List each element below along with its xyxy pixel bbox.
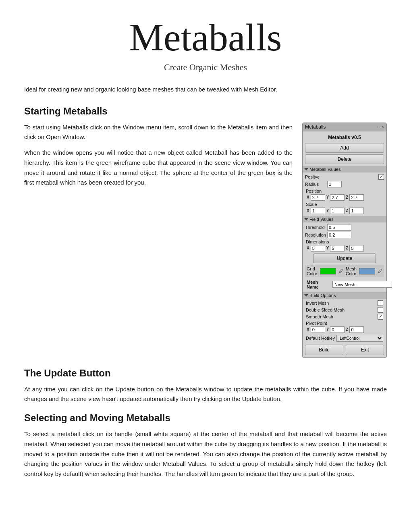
resolution-input[interactable]	[327, 232, 351, 238]
resolution-label: Resolution	[305, 233, 326, 237]
build-options-header: Build Options	[303, 292, 386, 299]
section-heading-update: The Update Button	[24, 368, 387, 379]
pos-z-label: Z	[346, 195, 348, 200]
smooth-mesh-row: Smooth Mesh ✓	[305, 314, 384, 320]
pivot-x-label: X	[307, 327, 309, 332]
radius-input[interactable]	[327, 181, 342, 187]
threshold-row: Threshold	[305, 224, 384, 231]
dim-z-label: Z	[346, 246, 348, 250]
grid-color-label: Grid Color	[307, 266, 318, 276]
metaballs-panel: Metaballs □ × Metaballs v0.5 Add Delete …	[302, 123, 387, 358]
mesh-eyedropper-icon[interactable]: 🖊	[378, 268, 382, 274]
smooth-mesh-checkbox[interactable]: ✓	[378, 314, 383, 320]
section-heading-starting: Starting Metaballs	[24, 106, 387, 117]
dimensions-label: Dimensions	[306, 239, 384, 244]
build-collapse-icon[interactable]	[304, 294, 308, 297]
mesh-name-row: Mesh Name	[305, 279, 384, 290]
field-collapse-icon[interactable]	[304, 218, 308, 220]
grid-color-swatch[interactable]	[320, 268, 336, 274]
positive-label: Positve	[305, 175, 320, 179]
radius-row: Radius	[305, 181, 384, 187]
pivot-y-input[interactable]	[330, 326, 345, 333]
pos-x-label: X	[307, 195, 309, 200]
position-label: Position	[306, 189, 384, 193]
double-sided-row: Double Sided Mesh	[305, 307, 384, 313]
scale-z-label: Z	[346, 208, 348, 213]
dimensions-xyz-row: X Y Z	[307, 245, 384, 251]
close-icon[interactable]: ×	[382, 125, 384, 129]
pivot-x-input[interactable]	[311, 326, 325, 333]
pivot-z-label: Z	[346, 327, 348, 332]
page-title: Metaballs	[24, 16, 387, 59]
dim-y-input[interactable]	[330, 245, 345, 251]
pos-z-input[interactable]	[349, 194, 364, 201]
scale-x-input[interactable]	[311, 208, 325, 214]
threshold-label: Threshold	[305, 225, 326, 230]
starting-para-2: When the window opens you will notice th…	[24, 148, 293, 188]
invert-mesh-label: Invert Mesh	[306, 301, 329, 305]
threshold-input[interactable]	[327, 224, 351, 231]
invert-mesh-row: Invert Mesh	[305, 300, 384, 306]
pivot-label: Pivot Point	[305, 321, 384, 326]
field-values-header: Field Values	[303, 216, 386, 222]
scale-xyz-row: X Y Z	[307, 208, 384, 214]
position-xyz-row: X Y Z	[307, 194, 384, 201]
positive-row: Positve ✓	[305, 174, 384, 180]
pivot-z-input[interactable]	[349, 326, 364, 333]
mesh-name-input[interactable]	[332, 281, 392, 288]
mesh-color-swatch[interactable]	[359, 268, 375, 274]
dim-z-input[interactable]	[349, 245, 364, 251]
dim-x-input[interactable]	[311, 245, 325, 251]
radius-label: Radius	[305, 182, 326, 187]
metaball-values-header: Metaball Values	[303, 166, 386, 172]
panel-version: Metaballs v0.5	[305, 134, 384, 141]
hotkey-label: Default Hotkey	[306, 336, 335, 341]
pivot-xyz-row: X Y Z	[307, 326, 384, 333]
exit-button[interactable]: Exit	[346, 345, 384, 355]
color-row: Grid Color 🖊 Mesh Color 🖊	[305, 265, 384, 277]
minimize-icon[interactable]: □	[378, 125, 380, 129]
add-button[interactable]: Add	[305, 143, 384, 153]
starting-para-1: To start using Metaballs click on the Wi…	[24, 123, 293, 143]
scale-y-input[interactable]	[330, 208, 345, 214]
resolution-row: Resolution	[305, 232, 384, 238]
pos-y-label: Y	[326, 195, 329, 200]
scale-y-label: Y	[326, 208, 329, 213]
grid-eyedropper-icon[interactable]: 🖊	[338, 268, 343, 274]
page-subtitle: Create Organic Meshes	[24, 62, 387, 73]
pos-x-input[interactable]	[311, 194, 325, 201]
panel-title: Metaballs	[305, 124, 326, 130]
panel-titlebar: Metaballs □ ×	[303, 123, 386, 131]
pivot-y-label: Y	[326, 327, 329, 332]
update-para-1: At any time you can click on the Update …	[24, 384, 387, 405]
smooth-mesh-label: Smooth Mesh	[306, 314, 333, 319]
dim-x-label: X	[307, 246, 309, 250]
bottom-buttons: Build Exit	[305, 345, 384, 355]
section-heading-selecting: Selecting and Moving Metaballs	[24, 412, 387, 424]
dim-y-label: Y	[326, 246, 329, 250]
invert-mesh-checkbox[interactable]	[378, 300, 383, 306]
scale-label: Scale	[306, 202, 384, 207]
delete-button[interactable]: Delete	[305, 154, 384, 164]
hotkey-select[interactable]: LeftControl LeftShift LeftAlt	[336, 335, 383, 342]
double-sided-checkbox[interactable]	[378, 307, 383, 313]
build-button[interactable]: Build	[305, 345, 343, 355]
update-button[interactable]: Update	[313, 254, 376, 263]
collapse-icon[interactable]	[304, 168, 308, 170]
mesh-color-label: Mesh Color	[346, 266, 357, 276]
scale-z-input[interactable]	[349, 208, 364, 214]
positive-checkbox[interactable]: ✓	[378, 174, 384, 180]
hotkey-row: Default Hotkey LeftControl LeftShift Lef…	[305, 334, 384, 343]
scale-x-label: X	[307, 208, 309, 213]
selecting-para-1: To select a metaball click on its handle…	[24, 429, 387, 479]
intro-text: Ideal for creating new and organic looki…	[24, 85, 387, 94]
mesh-name-label: Mesh Name	[307, 280, 331, 289]
double-sided-label: Double Sided Mesh	[306, 308, 345, 312]
titlebar-icons: □ ×	[378, 125, 384, 129]
pos-y-input[interactable]	[330, 194, 345, 201]
